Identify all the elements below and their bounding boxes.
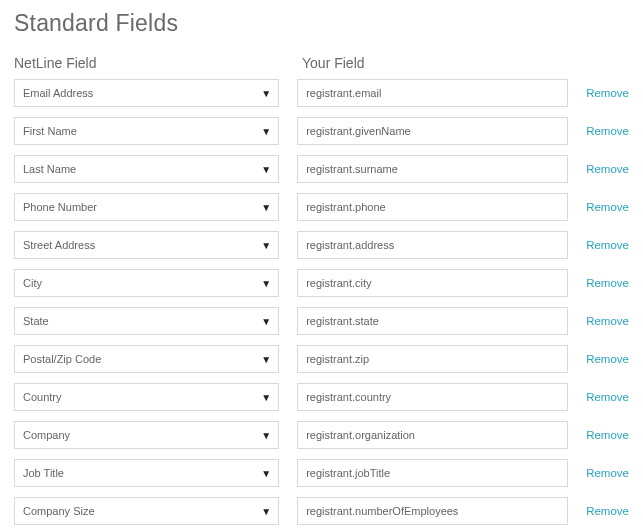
your-field-input-wrap bbox=[297, 307, 568, 335]
your-field-input[interactable] bbox=[297, 193, 568, 221]
netline-field-select-wrap: Street Address▼ bbox=[14, 231, 279, 259]
netline-field-select[interactable]: State bbox=[14, 307, 279, 335]
your-field-column-header: Your Field bbox=[302, 55, 578, 71]
field-mapping-row: Street Address▼Remove bbox=[14, 231, 629, 259]
field-mapping-row: Last Name▼Remove bbox=[14, 155, 629, 183]
netline-field-select[interactable]: First Name bbox=[14, 117, 279, 145]
netline-field-select[interactable]: Last Name bbox=[14, 155, 279, 183]
netline-field-select[interactable]: City bbox=[14, 269, 279, 297]
page-title: Standard Fields bbox=[14, 10, 629, 37]
your-field-input[interactable] bbox=[297, 421, 568, 449]
columns-header: NetLine Field Your Field bbox=[14, 55, 629, 71]
remove-button[interactable]: Remove bbox=[586, 201, 629, 213]
your-field-input-wrap bbox=[297, 497, 568, 525]
netline-field-select-wrap: Company Size▼ bbox=[14, 497, 279, 525]
netline-field-select-wrap: Email Address▼ bbox=[14, 79, 279, 107]
your-field-input-wrap bbox=[297, 231, 568, 259]
netline-field-select-wrap: Company▼ bbox=[14, 421, 279, 449]
your-field-input-wrap bbox=[297, 459, 568, 487]
netline-field-select[interactable]: Street Address bbox=[14, 231, 279, 259]
field-mapping-rows: Email Address▼RemoveFirst Name▼RemoveLas… bbox=[14, 79, 629, 530]
netline-field-select-wrap: Last Name▼ bbox=[14, 155, 279, 183]
netline-field-select[interactable]: Phone Number bbox=[14, 193, 279, 221]
remove-button[interactable]: Remove bbox=[586, 505, 629, 517]
field-mapping-row: Company Size▼Remove bbox=[14, 497, 629, 525]
remove-button[interactable]: Remove bbox=[586, 467, 629, 479]
netline-field-select[interactable]: Company Size bbox=[14, 497, 279, 525]
your-field-input[interactable] bbox=[297, 383, 568, 411]
field-mapping-row: State▼Remove bbox=[14, 307, 629, 335]
field-mapping-row: Phone Number▼Remove bbox=[14, 193, 629, 221]
netline-field-select[interactable]: Postal/Zip Code bbox=[14, 345, 279, 373]
your-field-input[interactable] bbox=[297, 459, 568, 487]
remove-button[interactable]: Remove bbox=[586, 87, 629, 99]
field-mapping-row: Email Address▼Remove bbox=[14, 79, 629, 107]
remove-button[interactable]: Remove bbox=[586, 163, 629, 175]
netline-field-select[interactable]: Country bbox=[14, 383, 279, 411]
your-field-input-wrap bbox=[297, 421, 568, 449]
remove-button[interactable]: Remove bbox=[586, 353, 629, 365]
field-mapping-row: Postal/Zip Code▼Remove bbox=[14, 345, 629, 373]
remove-button[interactable]: Remove bbox=[586, 391, 629, 403]
your-field-input[interactable] bbox=[297, 269, 568, 297]
remove-button[interactable]: Remove bbox=[586, 429, 629, 441]
your-field-input-wrap bbox=[297, 155, 568, 183]
netline-field-select-wrap: City▼ bbox=[14, 269, 279, 297]
your-field-input-wrap bbox=[297, 269, 568, 297]
field-mapping-row: First Name▼Remove bbox=[14, 117, 629, 145]
netline-field-select-wrap: Postal/Zip Code▼ bbox=[14, 345, 279, 373]
your-field-input[interactable] bbox=[297, 307, 568, 335]
netline-field-select-wrap: Job Title▼ bbox=[14, 459, 279, 487]
your-field-input[interactable] bbox=[297, 345, 568, 373]
field-mapping-row: Job Title▼Remove bbox=[14, 459, 629, 487]
netline-field-column-header: NetLine Field bbox=[14, 55, 302, 71]
your-field-input-wrap bbox=[297, 383, 568, 411]
remove-button[interactable]: Remove bbox=[586, 239, 629, 251]
field-mapping-row: City▼Remove bbox=[14, 269, 629, 297]
remove-button[interactable]: Remove bbox=[586, 315, 629, 327]
your-field-input-wrap bbox=[297, 117, 568, 145]
remove-button[interactable]: Remove bbox=[586, 277, 629, 289]
your-field-input[interactable] bbox=[297, 117, 568, 145]
netline-field-select-wrap: Country▼ bbox=[14, 383, 279, 411]
your-field-input[interactable] bbox=[297, 231, 568, 259]
netline-field-select-wrap: Phone Number▼ bbox=[14, 193, 279, 221]
your-field-input[interactable] bbox=[297, 497, 568, 525]
netline-field-select[interactable]: Company bbox=[14, 421, 279, 449]
netline-field-select[interactable]: Job Title bbox=[14, 459, 279, 487]
field-mapping-row: Company▼Remove bbox=[14, 421, 629, 449]
your-field-input[interactable] bbox=[297, 79, 568, 107]
your-field-input[interactable] bbox=[297, 155, 568, 183]
your-field-input-wrap bbox=[297, 79, 568, 107]
netline-field-select-wrap: First Name▼ bbox=[14, 117, 279, 145]
your-field-input-wrap bbox=[297, 345, 568, 373]
netline-field-select[interactable]: Email Address bbox=[14, 79, 279, 107]
netline-field-select-wrap: State▼ bbox=[14, 307, 279, 335]
field-mapping-row: Country▼Remove bbox=[14, 383, 629, 411]
remove-button[interactable]: Remove bbox=[586, 125, 629, 137]
your-field-input-wrap bbox=[297, 193, 568, 221]
